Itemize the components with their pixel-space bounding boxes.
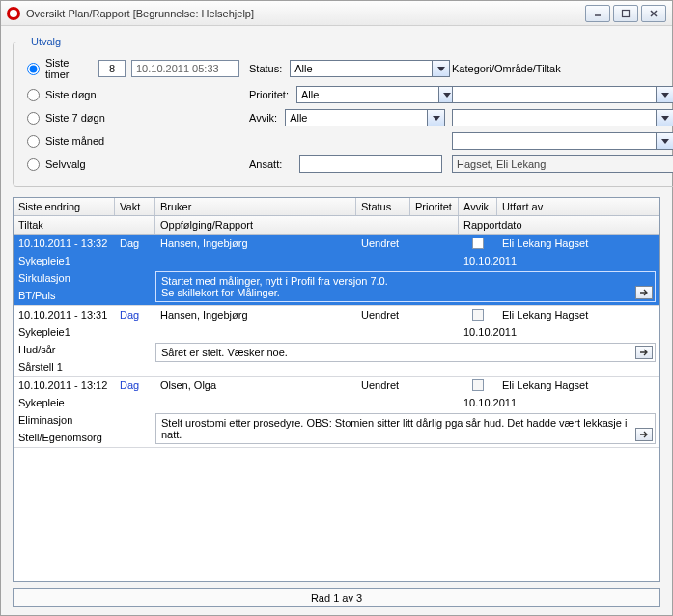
statusbar-text: Rad 1 av 3 [311,592,362,603]
cell-bruker: Hansen, Ingebjørg [155,235,356,252]
chevron-down-icon[interactable] [428,109,445,126]
app-icon [7,7,20,20]
col-rapportdato[interactable]: Rapportdato [459,216,659,234]
cell-endring: 10.10.2011 - 13:32 [14,235,115,252]
chevron-down-icon[interactable] [433,60,450,77]
radio-siste-dogn-label: Siste døgn [45,89,97,100]
cell-bruker: Hansen, Ingebjørg [155,306,356,323]
radio-siste-timer-label: Siste timer [45,57,93,80]
chevron-down-icon[interactable] [657,86,673,103]
prioritet-combo[interactable] [296,86,457,103]
grid-record[interactable]: 10.10.2011 - 13:12 Dag Olsen, Olga Uendr… [14,377,659,448]
radio-siste-timer[interactable] [27,63,40,75]
cell-bruker: Olsen, Olga [155,377,356,394]
avvik-value[interactable] [285,109,428,126]
svg-marker-8 [661,116,669,121]
radio-siste-maned-label: Siste måned [45,135,104,147]
grid-header-row1: Siste endring Vakt Bruker Status Priorit… [14,198,659,216]
kategori-label: Kategori/Område/Tiltak [452,63,561,74]
col-vakt[interactable]: Vakt [115,198,155,215]
ansatt-readonly [452,155,673,173]
statusbar: Rad 1 av 3 [13,588,660,607]
col-status[interactable]: Status [356,198,410,215]
kategori2-value[interactable] [452,109,657,126]
cell-utfort: Eli Lekang Hagset [497,235,659,252]
cell-tiltak: Sykepleie [14,394,459,411]
svg-marker-6 [661,93,669,98]
col-oppfolging[interactable]: Oppfølging/Rapport [155,216,459,234]
col-prioritet[interactable]: Prioritet [410,198,459,215]
datetime-input[interactable] [131,60,239,77]
cell-avvik [459,377,497,391]
chevron-down-icon[interactable] [657,132,673,150]
kategori1-value[interactable] [452,86,657,103]
avvik-checkbox[interactable] [472,238,484,249]
avvik-checkbox[interactable] [472,309,484,321]
cell-rapportdato: 10.10.2011 [459,394,521,411]
cell-rapportdato: 10.10.2011 [459,323,521,341]
col-avvik[interactable]: Avvik [459,198,497,215]
cell-prioritet [410,306,459,312]
cell-vakt: Dag [115,235,155,252]
radio-selvvalg[interactable] [27,158,40,171]
kategori2-combo[interactable] [452,109,673,126]
titlebar[interactable]: Oversikt Plan/Rapport [Begrunnelse: Hels… [1,1,672,26]
minimize-button[interactable] [585,5,610,22]
close-button[interactable] [641,5,666,22]
cell-vakt: Dag [115,306,155,323]
kategori3-combo[interactable] [452,132,673,150]
window-title: Oversikt Plan/Rapport [Begrunnelse: Hels… [26,8,254,19]
cell-status: Uendret [356,235,410,252]
cell-status: Uendret [356,377,410,394]
radio-selvvalg-label: Selvvalg [45,158,86,170]
cell-prioritet [410,377,459,382]
avvik-combo[interactable] [285,109,445,126]
cell-endring: 10.10.2011 - 13:31 [14,306,115,323]
cell-avvik [459,306,497,321]
cell-sub1: Hud/sår [14,341,155,358]
status-label: Status: [249,63,282,74]
cell-tiltak: Sykepleie1 [14,252,459,269]
prioritet-value[interactable] [296,86,439,103]
status-value[interactable] [290,60,433,77]
ansatt-input[interactable] [299,155,442,173]
radio-siste-dogn[interactable] [27,89,40,101]
svg-marker-5 [443,93,451,98]
note-textarea[interactable]: Stelt urostomi etter prosedyre. OBS: Sto… [155,413,656,444]
utvalg-legend: Utvalg [27,36,65,47]
grid-record[interactable]: 10.10.2011 - 13:31 Dag Hansen, Ingebjørg… [14,306,659,377]
arrow-right-icon[interactable] [635,346,653,359]
col-tiltak[interactable]: Tiltak [14,216,155,234]
cell-sub1: Eliminasjon [14,411,155,429]
col-bruker[interactable]: Bruker [155,198,356,215]
cell-endring: 10.10.2011 - 13:12 [14,377,115,394]
kategori3-value[interactable] [452,132,657,150]
note-textarea[interactable]: Såret er stelt. Væsker noe. [155,343,656,362]
arrow-right-icon[interactable] [635,286,653,299]
radio-siste-7dogn[interactable] [27,112,40,125]
kategori1-combo[interactable] [452,86,673,103]
col-siste-endring[interactable]: Siste endring [14,198,115,215]
grid-header-row2: Tiltak Oppfølging/Rapport Rapportdato [14,216,659,235]
hours-input[interactable] [98,60,126,77]
avvik-checkbox[interactable] [472,379,484,391]
avvik-label: Avvik: [249,112,277,124]
cell-prioritet [410,235,459,240]
cell-utfort: Eli Lekang Hagset [497,377,659,394]
svg-marker-9 [661,139,669,144]
col-utfort-av[interactable]: Utført av [497,198,659,215]
maximize-button[interactable] [613,5,638,22]
cell-rapportdato: 10.10.2011 [459,252,521,269]
arrow-right-icon[interactable] [635,428,653,441]
cell-status: Uendret [356,306,410,323]
note-textarea[interactable]: Startet med målinger, nytt i Profil fra … [155,271,656,302]
cell-utfort: Eli Lekang Hagset [497,306,659,323]
status-combo[interactable] [290,60,450,77]
grid-body[interactable]: 10.10.2011 - 13:32 Dag Hansen, Ingebjørg… [14,235,659,581]
prioritet-label: Prioritet: [249,89,289,100]
radio-siste-maned[interactable] [27,135,40,148]
chevron-down-icon[interactable] [657,109,673,126]
cell-tiltak: Sykepleie1 [14,323,459,341]
grid-record[interactable]: 10.10.2011 - 13:32 Dag Hansen, Ingebjørg… [14,235,659,306]
cell-sub2: BT/Puls [14,287,155,304]
